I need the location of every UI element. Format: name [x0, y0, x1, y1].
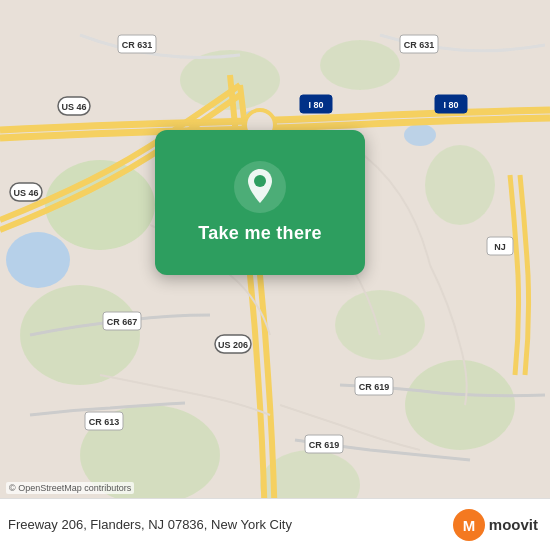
location-pin-icon — [234, 161, 286, 213]
svg-point-1 — [6, 232, 70, 288]
svg-point-10 — [425, 145, 495, 225]
bottom-bar: Freeway 206, Flanders, NJ 07836, New Yor… — [0, 498, 550, 550]
moovit-text: moovit — [489, 516, 538, 533]
osm-attribution: © OpenStreetMap contributors — [6, 482, 134, 494]
moovit-brand-icon: M — [453, 509, 485, 541]
map-container: CR 631 CR 631 US 46 US 46 I 80 I 80 CR 6… — [0, 0, 550, 550]
svg-text:CR 619: CR 619 — [309, 440, 340, 450]
svg-text:I 80: I 80 — [308, 100, 323, 110]
svg-text:CR 613: CR 613 — [89, 417, 120, 427]
moovit-logo: M moovit — [453, 509, 538, 541]
svg-text:US 46: US 46 — [13, 188, 38, 198]
svg-text:M: M — [463, 517, 476, 534]
map-background: CR 631 CR 631 US 46 US 46 I 80 I 80 CR 6… — [0, 0, 550, 550]
svg-point-44 — [254, 175, 266, 187]
svg-point-12 — [405, 360, 515, 450]
svg-text:US 206: US 206 — [218, 340, 248, 350]
svg-point-11 — [335, 290, 425, 360]
svg-text:CR 667: CR 667 — [107, 317, 138, 327]
svg-point-7 — [20, 285, 140, 385]
svg-point-5 — [404, 124, 436, 146]
take-me-there-label: Take me there — [198, 223, 322, 244]
take-me-there-card[interactable]: Take me there — [155, 130, 365, 275]
svg-point-9 — [320, 40, 400, 90]
svg-text:CR 631: CR 631 — [122, 40, 153, 50]
svg-text:NJ: NJ — [494, 242, 506, 252]
svg-text:US 46: US 46 — [61, 102, 86, 112]
svg-text:I 80: I 80 — [443, 100, 458, 110]
svg-text:CR 631: CR 631 — [404, 40, 435, 50]
location-text: Freeway 206, Flanders, NJ 07836, New Yor… — [8, 517, 292, 532]
svg-text:CR 619: CR 619 — [359, 382, 390, 392]
